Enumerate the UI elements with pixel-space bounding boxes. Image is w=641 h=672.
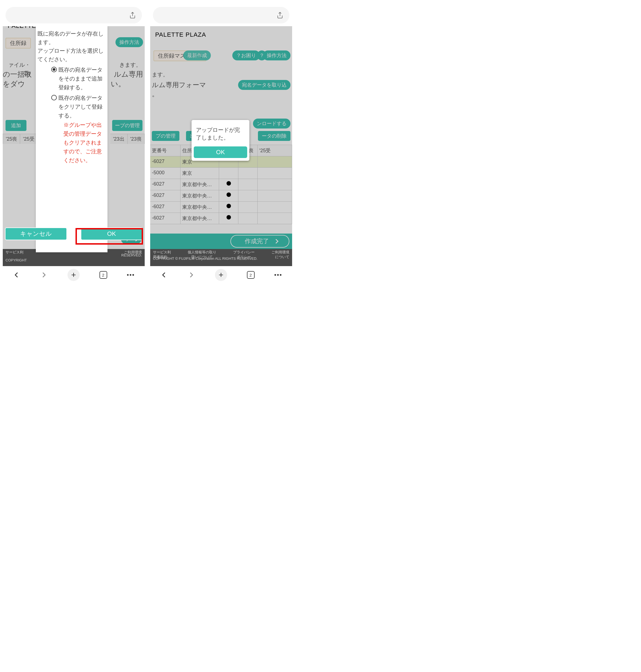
table-row[interactable]: -6027東京都中央… bbox=[150, 190, 292, 202]
cell-end bbox=[258, 202, 292, 213]
bg-text: ます。 bbox=[152, 70, 168, 79]
cell-end bbox=[258, 156, 292, 167]
footer-link[interactable]: プライバシー bbox=[233, 250, 255, 255]
cell-zip: -5000 bbox=[150, 167, 180, 179]
warning-text: ※グループや出受の管理データもクリアされますので、ご注意ください。 bbox=[38, 121, 106, 165]
th-25s: '25受 bbox=[258, 145, 292, 156]
cell-mark bbox=[219, 213, 238, 224]
cell-zip: -6027 bbox=[150, 190, 180, 202]
back-icon[interactable] bbox=[160, 271, 168, 279]
footer-link[interactable]: サービス利 bbox=[5, 250, 24, 255]
upload-method-modal: 既に宛名のデータが存在します。 アップロード方法を選択してください。 既存の宛名… bbox=[36, 26, 108, 252]
import-button[interactable]: 宛名データを取り込 bbox=[238, 80, 290, 90]
screen-right: PALETTE PLAZA 住所録マスタ作成 最新作成 ？お困り ？ 操作方法 … bbox=[150, 3, 292, 306]
url-bar[interactable] bbox=[5, 7, 142, 24]
cell-addr: 東京 bbox=[180, 167, 219, 179]
cell-mark2 bbox=[238, 190, 258, 202]
cell-mark2 bbox=[238, 202, 258, 213]
modal-message: アップロードが完了しました。 bbox=[192, 120, 249, 144]
table-row[interactable]: -5000東京 bbox=[150, 167, 292, 179]
brand-header: PALETTE PLAZA bbox=[155, 31, 206, 38]
table-row[interactable]: -6027東京都中央… bbox=[150, 202, 292, 213]
option-clear[interactable]: 既存の宛名データをクリアして登録する。 bbox=[51, 93, 105, 120]
footer-link[interactable]: ご利用環境 bbox=[271, 250, 289, 255]
footer-copyright: COPYRIGHT bbox=[5, 258, 27, 263]
complete-label: 作成完了 bbox=[245, 237, 269, 245]
option-clear-label: 既存の宛名データをクリアして登録する。 bbox=[58, 93, 105, 120]
delete-button[interactable]: ータの削除 bbox=[258, 131, 290, 141]
cell-mark bbox=[219, 167, 238, 179]
download-button[interactable]: ンロードする bbox=[253, 119, 290, 129]
tab-23mourn[interactable]: '23喪 bbox=[127, 134, 145, 144]
browser-bottom-nav: + 2 ••• bbox=[150, 266, 292, 284]
tab-25recv[interactable]: '25受 bbox=[20, 134, 37, 144]
back-icon[interactable] bbox=[13, 271, 21, 279]
option-append-label: 既存の宛名データをそのままで追加登録する。 bbox=[58, 65, 105, 92]
cell-mark2 bbox=[238, 167, 258, 179]
ok-highlight-box bbox=[76, 228, 143, 245]
table-row[interactable]: -6027東京都中央… bbox=[150, 179, 292, 190]
cell-end bbox=[258, 190, 292, 202]
bg-text: ルム専用フォーマ bbox=[152, 80, 206, 90]
chevron-right-icon bbox=[274, 239, 278, 244]
group-mgmt-button[interactable]: プの管理 bbox=[152, 131, 179, 141]
add-button[interactable]: 追加 bbox=[5, 120, 26, 131]
help-pill[interactable]: ？お困り bbox=[232, 51, 260, 61]
radio-checked-icon[interactable] bbox=[51, 67, 57, 72]
screen-left: PALETTE PLAZA 住所録 操作方法 ァイル・Co の一括取 をダウ き… bbox=[3, 3, 145, 306]
addressbook-chip[interactable]: 住所録 bbox=[5, 38, 31, 49]
ops-pill[interactable]: 操作方法 bbox=[263, 51, 290, 61]
complete-button[interactable]: 作成完了 bbox=[230, 235, 289, 247]
cell-zip: -6027 bbox=[150, 213, 180, 224]
forward-icon[interactable] bbox=[187, 271, 195, 279]
bg-text: 。 bbox=[152, 89, 159, 99]
browser-bottom-nav: + 2 ••• bbox=[3, 266, 145, 284]
ok-button[interactable]: OK bbox=[193, 146, 248, 159]
cell-mark bbox=[219, 190, 238, 202]
tabs-button[interactable]: 2 bbox=[99, 271, 107, 279]
content-area: PALETTE PLAZA 住所録マスタ作成 最新作成 ？お困り ？ 操作方法 … bbox=[150, 26, 292, 266]
cell-addr: 東京都中央… bbox=[180, 213, 219, 224]
cell-addr: 東京都中央… bbox=[180, 202, 219, 213]
share-icon[interactable] bbox=[129, 11, 136, 19]
new-tab-button[interactable]: + bbox=[68, 269, 80, 281]
table-row[interactable]: -6027東京都中央… bbox=[150, 213, 292, 224]
radio-unchecked-icon[interactable] bbox=[51, 95, 57, 100]
bg-text: い。 bbox=[111, 79, 125, 89]
share-icon[interactable] bbox=[276, 11, 284, 19]
footer-copyright: COPYRIGHT © FUJIFILM Corporation ALL RIG… bbox=[153, 256, 257, 261]
upload-complete-modal: アップロードが完了しました。 OK bbox=[192, 120, 249, 161]
footer-link[interactable]: について bbox=[275, 255, 289, 259]
help-ops-pill[interactable]: 操作方法 bbox=[115, 37, 143, 47]
tab-23out[interactable]: '23出 bbox=[110, 134, 127, 144]
cell-addr: 東京都中央… bbox=[180, 179, 219, 190]
option-append[interactable]: 既存の宛名データをそのままで追加登録する。 bbox=[51, 65, 105, 92]
menu-icon[interactable]: ••• bbox=[274, 271, 282, 279]
footer-link[interactable]: サービス利 bbox=[153, 250, 171, 255]
cancel-button[interactable]: キャンセル bbox=[5, 228, 67, 240]
cell-zip: -6027 bbox=[150, 156, 180, 167]
modal-message: 既に宛名のデータが存在します。 アップロード方法を選択してください。 bbox=[38, 29, 106, 64]
pill-unknown[interactable]: 最新作成 bbox=[183, 51, 211, 61]
action-bar: 作成完了 bbox=[150, 233, 292, 249]
tabs-button[interactable]: 2 bbox=[247, 271, 255, 279]
content-area: PALETTE PLAZA 住所録 操作方法 ァイル・Co の一括取 をダウ き… bbox=[3, 26, 145, 266]
footer: サービス利 個人情報等の取り プライバシー ご利用環境 用者規約 扱いについて … bbox=[150, 249, 292, 266]
new-tab-button[interactable]: + bbox=[215, 269, 227, 281]
cell-addr: 東京都中央… bbox=[180, 190, 219, 202]
cell-end bbox=[258, 213, 292, 224]
cell-mark2 bbox=[238, 213, 258, 224]
footer-reserved: RESERVED. bbox=[121, 253, 142, 258]
bg-text: の一括取 bbox=[3, 69, 32, 80]
bg-text: ルム専用 bbox=[114, 69, 143, 80]
menu-icon[interactable]: ••• bbox=[127, 271, 135, 279]
forward-icon[interactable] bbox=[40, 271, 48, 279]
url-bar[interactable] bbox=[153, 7, 289, 24]
tab-25mo[interactable]: '25喪 bbox=[3, 134, 20, 144]
footer-link[interactable]: 個人情報等の取り bbox=[188, 250, 216, 255]
th-zip: 更番号 bbox=[150, 145, 180, 156]
group-mgmt-button[interactable]: ープの管理 bbox=[112, 120, 142, 131]
cell-zip: -6027 bbox=[150, 179, 180, 190]
cell-end bbox=[258, 167, 292, 179]
bg-text: きます。 bbox=[119, 61, 141, 69]
